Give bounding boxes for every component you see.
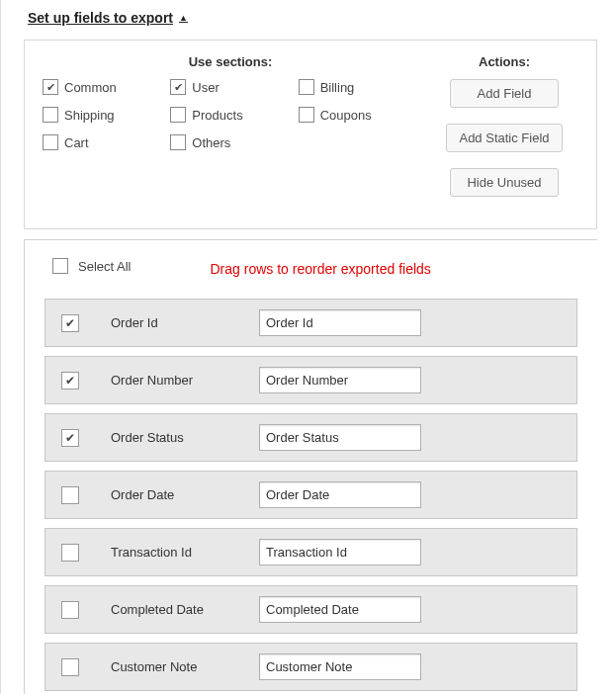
collapse-arrow-icon: ▲ xyxy=(179,13,188,23)
section-checkbox-label: Common xyxy=(64,80,117,95)
checkbox-icon xyxy=(43,107,58,123)
field-row[interactable]: Order Date xyxy=(44,471,577,519)
row-input[interactable] xyxy=(259,424,421,451)
reorder-hint: Drag rows to reorder exported fields xyxy=(210,261,430,277)
section-checkbox-label: Coupons xyxy=(320,108,372,123)
row-input[interactable] xyxy=(259,596,421,623)
field-row[interactable]: Transaction Id xyxy=(44,528,577,576)
row-label: Order Status xyxy=(111,430,259,445)
checkbox-icon xyxy=(43,134,58,150)
row-label: Order Date xyxy=(111,487,259,502)
field-row[interactable]: Completed Date xyxy=(44,585,577,634)
field-row[interactable]: Customer Note xyxy=(44,643,577,691)
actions-heading: Actions: xyxy=(479,54,530,69)
use-sections-heading: Use sections: xyxy=(43,54,418,69)
section-checkbox-products[interactable]: Products xyxy=(170,107,290,123)
section-checkbox-label: User xyxy=(192,80,219,95)
checkbox-icon xyxy=(299,107,314,123)
section-checkbox-common[interactable]: Common xyxy=(43,79,162,95)
section-checkbox-billing[interactable]: Billing xyxy=(299,79,418,95)
hide-unused-button[interactable]: Hide Unused xyxy=(450,168,559,197)
add-field-button[interactable]: Add Field xyxy=(450,79,559,108)
row-checkbox[interactable] xyxy=(61,429,79,447)
fields-panel[interactable]: Select All Drag rows to reorder exported… xyxy=(24,239,597,694)
row-checkbox[interactable] xyxy=(61,372,79,390)
section-checkbox-label: Others xyxy=(192,135,230,150)
row-checkbox[interactable] xyxy=(61,314,79,332)
section-checkbox-cart[interactable]: Cart xyxy=(43,134,162,150)
select-all-label: Select All xyxy=(78,259,131,274)
row-label: Completed Date xyxy=(111,602,259,617)
row-input[interactable] xyxy=(259,481,421,508)
checkbox-icon xyxy=(299,79,314,95)
checkbox-icon xyxy=(170,107,186,123)
field-row[interactable]: Order Status xyxy=(44,413,577,462)
checkbox-icon xyxy=(170,79,186,95)
row-label: Order Id xyxy=(111,315,259,330)
row-checkbox[interactable] xyxy=(61,486,79,504)
section-title-text: Set up fields to export xyxy=(28,10,173,26)
row-input[interactable] xyxy=(259,367,421,393)
row-checkbox[interactable] xyxy=(61,601,79,619)
section-checkbox-user[interactable]: User xyxy=(170,79,290,95)
row-input[interactable] xyxy=(259,539,421,565)
row-label: Customer Note xyxy=(111,659,259,674)
add-static-field-button[interactable]: Add Static Field xyxy=(446,124,562,152)
row-label: Transaction Id xyxy=(111,545,259,560)
section-toggle[interactable]: Set up fields to export ▲ xyxy=(16,0,616,40)
row-input[interactable] xyxy=(259,653,421,680)
select-all-checkbox[interactable]: Select All xyxy=(52,258,131,274)
section-checkbox-coupons[interactable]: Coupons xyxy=(299,107,418,123)
row-checkbox[interactable] xyxy=(61,544,79,562)
section-checkbox-others[interactable]: Others xyxy=(170,134,290,150)
section-checkbox-label: Billing xyxy=(320,80,355,95)
checkbox-icon xyxy=(170,134,186,150)
field-row[interactable]: Order Number xyxy=(44,356,577,404)
row-checkbox[interactable] xyxy=(61,658,79,676)
checkbox-icon xyxy=(43,79,58,95)
checkbox-icon xyxy=(52,258,68,274)
row-label: Order Number xyxy=(111,373,259,388)
row-input[interactable] xyxy=(259,309,421,336)
section-checkbox-label: Cart xyxy=(64,135,89,150)
field-row[interactable]: Order Id xyxy=(44,299,577,347)
section-checkbox-shipping[interactable]: Shipping xyxy=(43,107,162,123)
section-checkbox-label: Shipping xyxy=(64,108,115,123)
section-checkbox-label: Products xyxy=(192,108,242,123)
